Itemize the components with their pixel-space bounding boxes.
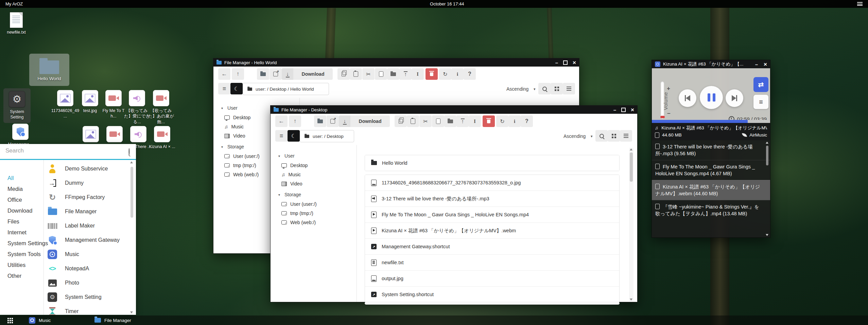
dark-mode-button[interactable]: ☾ — [230, 83, 243, 94]
category-system-tools[interactable]: System Tools — [7, 251, 41, 257]
category-system-settings[interactable]: System Settings — [7, 240, 48, 247]
app-ffmpeg-factory[interactable]: ↻FFmpeg Factory — [47, 191, 127, 204]
category-all[interactable]: All — [7, 175, 14, 181]
new-folder-button[interactable] — [444, 115, 456, 127]
new-file-button[interactable] — [375, 68, 387, 80]
file-row[interactable]: newfile.txt — [365, 255, 619, 271]
copy-button[interactable] — [395, 115, 407, 127]
help-button[interactable]: ? — [464, 68, 476, 80]
list-view-button[interactable] — [620, 130, 632, 142]
taskbar-item-file-manager[interactable]: File Manager — [94, 315, 131, 325]
new-folder-button[interactable] — [387, 68, 399, 80]
chevron-down-icon[interactable]: ▾ — [534, 87, 536, 91]
taskbar-item-music[interactable]: Music — [29, 315, 51, 325]
search-input[interactable] — [0, 144, 136, 158]
back-button[interactable]: ← — [275, 115, 288, 127]
up-button[interactable]: ↑ — [232, 68, 244, 80]
app-photo[interactable]: Photo — [47, 276, 127, 290]
maximize-button[interactable] — [621, 108, 626, 112]
refresh-button[interactable]: ↻ — [439, 68, 451, 80]
search-button[interactable] — [538, 83, 551, 94]
app-notepada[interactable]: <>NotepadA — [47, 262, 127, 275]
new-file-button[interactable] — [432, 115, 444, 127]
category-internet[interactable]: Internet — [7, 229, 27, 236]
app-music[interactable]: Music — [47, 248, 127, 261]
hamburger-menu-icon[interactable] — [857, 2, 863, 6]
list-view-button[interactable] — [563, 83, 575, 94]
pause-button[interactable] — [700, 86, 723, 109]
desktop-icon-kizuna-ai[interactable]: Kizuna AI × ... — [147, 126, 177, 149]
help-button[interactable]: ? — [521, 115, 533, 127]
app-management-gateway[interactable]: Management Gateway — [47, 233, 127, 247]
app-list-scrollbar[interactable] — [130, 161, 134, 313]
app-demo-subservice[interactable]: Demo Subservice — [47, 162, 127, 176]
delete-button[interactable] — [483, 115, 495, 127]
copy-button[interactable] — [337, 68, 350, 80]
next-track-button[interactable] — [726, 89, 743, 107]
close-button[interactable]: × — [573, 60, 576, 66]
sidebar-item-video[interactable]: Video — [281, 181, 302, 186]
file-row[interactable]: Fly Me To The Moon _ Gawr Gura Sings _ H… — [365, 207, 619, 223]
sidebar-item-user-drive[interactable]: User (user:/) — [224, 154, 260, 159]
up-button[interactable]: ↑ — [289, 115, 301, 127]
playlist-item-active[interactable]: Kizuna AI × 花譜 #63 「かりそめ」【オリジナルMV】.webm … — [652, 180, 770, 200]
rename-button[interactable]: I — [412, 68, 424, 80]
menu-button[interactable]: ≡ — [275, 130, 288, 142]
sidebar-section-user[interactable]: ▾User — [221, 105, 238, 111]
playlist-scrollbar[interactable] — [766, 142, 769, 236]
paste-button[interactable] — [407, 115, 419, 127]
delete-button[interactable] — [426, 68, 438, 80]
desktop-icon-management-gateway[interactable]: Manageme... — [5, 124, 35, 147]
chevron-down-icon[interactable]: ▾ — [591, 134, 593, 139]
file-row[interactable]: ↗System Setting.shortcut — [365, 287, 619, 302]
title-bar[interactable]: File Manager - Hello World – × — [213, 58, 579, 67]
open-button[interactable] — [257, 68, 269, 80]
sidebar-item-user-drive[interactable]: User (user:/) — [281, 201, 317, 207]
download-button[interactable]: ↓ Download — [339, 115, 390, 127]
app-system-setting[interactable]: ⚙System Setting — [47, 290, 127, 304]
breadcrumb[interactable]: user: / Desktop / Hello World — [243, 83, 329, 95]
minimize-button[interactable]: – — [613, 107, 616, 112]
category-office[interactable]: Office — [7, 197, 22, 203]
category-download[interactable]: Download — [7, 207, 32, 214]
grid-view-button[interactable] — [551, 83, 563, 94]
sidebar-section-storage[interactable]: ▾Storage — [221, 144, 244, 149]
title-bar[interactable]: File Manager - Desktop – × — [271, 106, 637, 114]
sort-dropdown[interactable]: Ascending — [506, 86, 528, 92]
refresh-button[interactable]: ↻ — [496, 115, 508, 127]
cut-button[interactable]: ✂ — [362, 68, 375, 80]
upload-button[interactable]: ↑ — [456, 115, 469, 127]
repeat-button[interactable]: ⇄ — [753, 77, 768, 92]
file-row-hello-world[interactable]: Hello World — [365, 155, 620, 171]
close-button[interactable]: × — [764, 61, 767, 67]
playlist-item[interactable]: 3-12 There will be love there -愛のある場所-.m… — [652, 140, 770, 160]
minimize-button[interactable]: – — [555, 60, 558, 65]
upload-button[interactable]: ↑ — [399, 68, 412, 80]
sidebar-section-storage[interactable]: ▾Storage — [278, 192, 301, 197]
sidebar-item-web-drive[interactable]: Web (web:/) — [281, 220, 316, 225]
app-dummy[interactable]: →Dummy — [47, 176, 127, 190]
playlist-item[interactable]: Fly Me To The Moon _ Gawr Gura Sings _ H… — [652, 160, 770, 180]
download-button[interactable]: ↓ Download — [282, 68, 333, 80]
category-utilities[interactable]: Utilities — [7, 262, 25, 268]
menu-button[interactable]: ≡ — [218, 83, 230, 94]
sidebar-item-desktop[interactable]: Desktop — [224, 115, 250, 120]
playlist-item[interactable]: 『雪峰 ~yukimine~ Piano & Strings Ver.』を歌って… — [652, 200, 770, 220]
category-other[interactable]: Other — [7, 273, 21, 279]
app-label-maker[interactable]: Label Maker — [47, 219, 127, 233]
sidebar-item-desktop[interactable]: Desktop — [281, 163, 308, 168]
app-grid-icon[interactable] — [7, 318, 9, 319]
sidebar-item-video[interactable]: Video — [224, 133, 245, 139]
close-button[interactable]: × — [631, 107, 634, 113]
file-row[interactable]: 3-12 There will be love there -愛のある場所-.m… — [365, 191, 619, 207]
sidebar-item-music[interactable]: ♫Music — [224, 124, 244, 129]
file-row[interactable]: ↗Management Gateway.shortcut — [365, 239, 619, 255]
sidebar-item-web-drive[interactable]: Web (web:/) — [224, 172, 259, 177]
open-new-window-button[interactable]: ↗ — [327, 115, 339, 127]
category-media[interactable]: Media — [7, 186, 23, 192]
volume-up[interactable]: + — [667, 85, 670, 92]
title-bar[interactable]: Kizuna AI × 花譜 #63 「かりそめ」【... – × — [652, 60, 770, 68]
dark-mode-button[interactable]: ☾ — [288, 130, 300, 142]
minimize-button[interactable]: – — [755, 62, 758, 67]
system-brand[interactable]: My ArOZ — [5, 1, 23, 6]
